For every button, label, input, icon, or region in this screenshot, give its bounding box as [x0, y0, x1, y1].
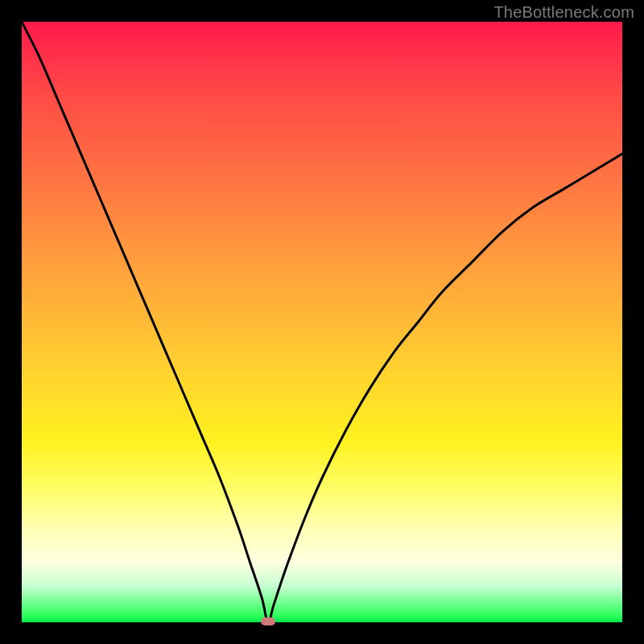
- min-point-marker: [261, 617, 275, 625]
- curve-svg: [22, 22, 622, 622]
- chart-frame: TheBottleneck.com: [0, 0, 644, 644]
- plot-area: [22, 22, 622, 622]
- bottleneck-curve: [22, 22, 622, 622]
- watermark-text: TheBottleneck.com: [493, 3, 634, 22]
